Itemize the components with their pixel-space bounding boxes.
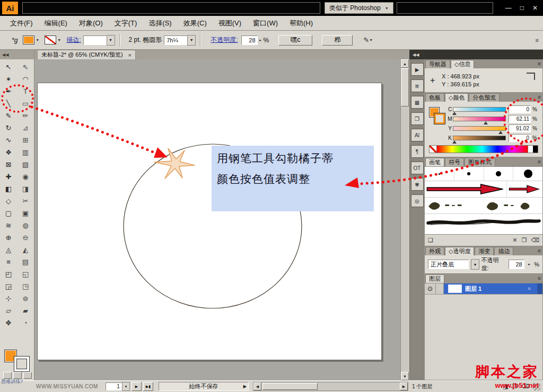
- tool-icon-31[interactable]: ◭: [17, 244, 34, 256]
- tool-icon-26[interactable]: ≋: [0, 219, 17, 231]
- panel-menu-icon[interactable]: ≡: [538, 159, 541, 165]
- chevron-down-icon[interactable]: ▼: [122, 382, 130, 391]
- channel-knob-K[interactable]: [452, 140, 457, 144]
- close-button[interactable]: ✕: [532, 4, 538, 12]
- workspace-switcher[interactable]: 类似于 Photoshop ▼: [325, 2, 393, 14]
- target-circle-icon[interactable]: ○: [528, 283, 537, 294]
- tool-icon-7[interactable]: ▭: [17, 97, 34, 110]
- layer-name[interactable]: 图层 1: [465, 283, 528, 294]
- tool-icon-6[interactable]: ╲: [0, 97, 17, 110]
- lock-toggle-cell[interactable]: [436, 283, 444, 294]
- stroke-panel-link[interactable]: 描边:: [66, 35, 81, 44]
- channel-slider-C[interactable]: [453, 107, 506, 112]
- app-logo-icon[interactable]: Ai: [2, 2, 18, 14]
- dock-collapse[interactable]: ◀◀: [409, 50, 543, 59]
- menu-item-3[interactable]: 对象(O): [73, 19, 109, 28]
- menu-item-1[interactable]: 文件(F): [4, 19, 39, 28]
- style-value[interactable]: 7h¼: [164, 35, 187, 45]
- scroll-right-icon[interactable]: ▶: [400, 382, 408, 390]
- stroke-swatch[interactable]: [45, 35, 56, 44]
- tab-brushes[interactable]: 画笔: [425, 158, 444, 166]
- control-button-1[interactable]: 嘿c: [278, 35, 312, 46]
- dock-panel-icon-8[interactable]: ◎: [411, 194, 424, 207]
- canvas-area[interactable]: 用钢笔工具勾勒橘子蒂 颜色按色值表调整: [34, 59, 400, 380]
- tool-icon-11[interactable]: ⊿: [17, 122, 34, 134]
- tool-icon-17[interactable]: ▧: [17, 158, 34, 171]
- vertical-scrollbar[interactable]: ▲ ▼: [400, 59, 409, 380]
- fill-stroke-indicator[interactable]: [0, 350, 34, 371]
- brush-decorative-row[interactable]: [425, 198, 542, 214]
- brush-dot-2[interactable]: [484, 167, 514, 181]
- fill-swatch[interactable]: [23, 35, 34, 44]
- dock-panel-icon-3[interactable]: ❐: [411, 112, 424, 125]
- blend-mode-select[interactable]: 正片叠底: [428, 260, 469, 269]
- color-stroke-swatch[interactable]: [434, 113, 445, 124]
- chevron-down-icon[interactable]: ▼: [187, 35, 196, 46]
- tool-icon-5[interactable]: T: [17, 85, 34, 97]
- spinner-icon[interactable]: ▸: [527, 260, 532, 269]
- tool-icon-19[interactable]: ◉: [17, 171, 34, 183]
- tool-icon-33[interactable]: ▤: [17, 256, 34, 268]
- tool-icon-22[interactable]: ◇: [0, 195, 17, 207]
- menu-item-9[interactable]: 帮助(H): [284, 19, 319, 28]
- opacity-panel-link[interactable]: 不透明度:: [211, 35, 238, 44]
- scroll-left-icon[interactable]: ◀: [253, 382, 261, 390]
- tool-icon-37[interactable]: ◳: [17, 280, 34, 292]
- status-readout-arrow-icon[interactable]: ▶: [243, 384, 247, 389]
- dock-panel-icon-7[interactable]: ✾: [411, 178, 424, 191]
- tool-icon-42[interactable]: ✥: [0, 317, 17, 329]
- channel-value-M[interactable]: 62.11: [509, 115, 531, 123]
- controlbar-menu-icon[interactable]: ≡: [536, 37, 539, 43]
- tool-icon-41[interactable]: ▰: [17, 305, 34, 317]
- layer-thumbnail[interactable]: [448, 284, 462, 293]
- brush-arrow-small[interactable]: [507, 181, 542, 197]
- tool-icon-30[interactable]: ◬: [0, 244, 17, 256]
- tool-icon-34[interactable]: ◰: [0, 268, 17, 280]
- dock-panel-icon-0[interactable]: ▶: [411, 63, 424, 76]
- brush-dot-0[interactable]: [425, 167, 454, 181]
- stroke-weight-value[interactable]: [83, 35, 107, 45]
- tool-icon-29[interactable]: ⊖: [17, 231, 34, 244]
- menu-item-5[interactable]: 选择(S): [143, 19, 177, 28]
- brush-footer-icon-2[interactable]: ❐: [522, 237, 527, 244]
- color-spectrum-bar[interactable]: [429, 145, 538, 153]
- tool-icon-36[interactable]: ◲: [0, 280, 17, 292]
- dock-panel-icon-1[interactable]: ≣: [411, 79, 424, 92]
- scroll-up-icon[interactable]: ▲: [401, 59, 409, 68]
- tab-color[interactable]: ◇颜色: [445, 93, 468, 102]
- scroll-down-icon[interactable]: ▼: [401, 372, 409, 380]
- dock-panel-icon-2[interactable]: ▦: [411, 96, 424, 109]
- channel-slider-K[interactable]: [453, 136, 506, 140]
- tutorial-note[interactable]: 用钢笔工具勾勒橘子蒂 颜色按色值表调整: [212, 146, 374, 211]
- channel-knob-C[interactable]: [452, 112, 457, 115]
- brush-dot-3[interactable]: [513, 167, 542, 181]
- tool-icon-2[interactable]: ✶: [0, 73, 17, 85]
- menu-item-8[interactable]: 窗口(W): [247, 19, 284, 28]
- tool-icon-13[interactable]: ⊞: [17, 134, 34, 146]
- tool-icon-15[interactable]: ▥: [17, 146, 34, 158]
- visibility-eye-icon[interactable]: ⊙: [425, 283, 436, 294]
- brush-footer-icon-1[interactable]: ✕: [512, 237, 517, 244]
- tool-icon-24[interactable]: ▢: [0, 207, 17, 219]
- brush-footer-icon-0[interactable]: ❏: [428, 237, 433, 244]
- tool-icon-28[interactable]: ⊕: [0, 231, 17, 244]
- menu-item-7[interactable]: 视图(V): [213, 19, 247, 28]
- layer-row[interactable]: ⊙ 图层 1 ○: [425, 283, 542, 295]
- brush-arrow-large[interactable]: [425, 181, 507, 197]
- panel-menu-icon[interactable]: ≡: [538, 61, 541, 67]
- tool-icon-23[interactable]: ✂: [17, 195, 34, 207]
- tool-icon-25[interactable]: ▣: [17, 207, 34, 219]
- channel-value-C[interactable]: 0: [509, 105, 531, 113]
- tab-close-icon[interactable]: ×: [128, 52, 132, 58]
- stroke-weight-dropdown[interactable]: ▼: [83, 35, 115, 46]
- tab-gradient[interactable]: 渐变: [475, 247, 494, 255]
- tool-icon-38[interactable]: ⊹: [0, 292, 17, 305]
- panel-menu-icon[interactable]: ≡: [538, 275, 541, 281]
- chevron-down-icon[interactable]: ▼: [107, 35, 115, 46]
- tool-icon-9[interactable]: ✏: [17, 110, 34, 122]
- spinner-icon[interactable]: ▸: [258, 36, 264, 44]
- maximize-button[interactable]: □: [520, 4, 524, 12]
- horizontal-scrollbar[interactable]: ◀ ▶: [253, 382, 408, 391]
- next-page-button[interactable]: ▶: [132, 382, 142, 391]
- tool-icon-27[interactable]: ◍: [17, 219, 34, 231]
